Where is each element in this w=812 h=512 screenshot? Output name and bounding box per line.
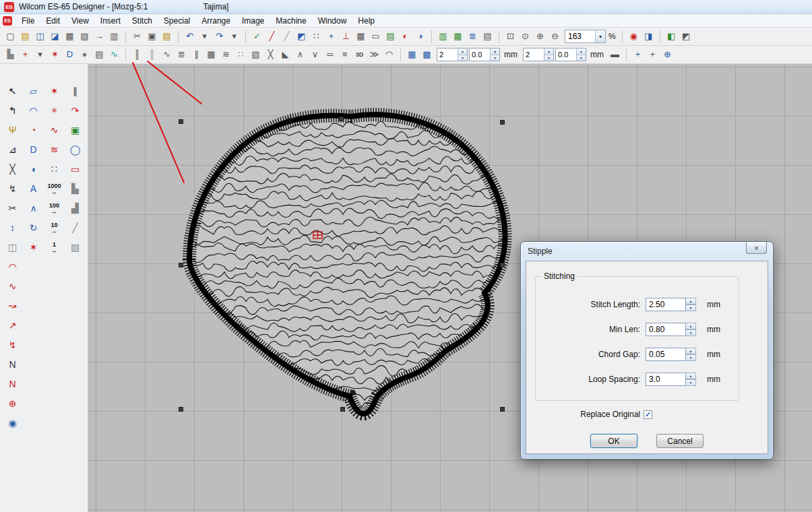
measure-icon[interactable]: ◉ <box>627 30 641 44</box>
flower-digitize-tool[interactable]: ✶ <box>44 82 65 101</box>
menu-item[interactable]: Help <box>352 15 380 27</box>
selection-handle[interactable] <box>500 407 505 412</box>
zoom-out-icon[interactable]: ⊖ <box>548 30 562 44</box>
undo-icon[interactable]: ↶ <box>183 30 197 44</box>
rail-pattern-icon[interactable]: ═ <box>323 48 337 62</box>
stitch-list-icon[interactable]: ▦ <box>451 30 465 44</box>
selection-handle[interactable] <box>340 407 345 412</box>
caret-down-icon[interactable] <box>595 30 605 42</box>
background-icon[interactable]: ▙ <box>3 48 18 62</box>
row-count-input[interactable] <box>437 49 458 61</box>
selection-handle[interactable] <box>339 117 344 121</box>
overview-window-icon[interactable]: ▤ <box>480 30 495 44</box>
menu-item[interactable]: Arrange <box>196 15 236 27</box>
copy-icon[interactable]: ▣ <box>145 30 159 44</box>
menu-item[interactable]: Insert <box>95 15 126 27</box>
corner-pattern-tool[interactable]: ▟ <box>65 199 86 218</box>
letter-height-tool[interactable]: ↕ <box>2 218 23 238</box>
row-spacing-input[interactable] <box>470 49 490 61</box>
foot-tool[interactable]: ▙ <box>65 179 86 199</box>
redo-icon[interactable]: ↷ <box>212 30 226 44</box>
new-design-icon[interactable]: ▢ <box>3 30 18 44</box>
print-preview-icon[interactable]: ▧ <box>77 30 92 44</box>
corner-pattern-icon[interactable]: ◣ <box>278 48 292 62</box>
open-object-tool[interactable]: ◠ <box>23 101 44 121</box>
target-plus-tool[interactable]: ⊕ <box>2 394 23 414</box>
menu-item[interactable]: Machine <box>270 15 311 27</box>
sequence-icon[interactable]: ≣ <box>466 30 480 44</box>
column-spacing-input[interactable] <box>556 49 576 61</box>
satin-narrow-icon[interactable]: ║ <box>145 48 159 62</box>
slant-pattern-tool[interactable]: ╱ <box>65 218 86 238</box>
reshape-object-tool[interactable]: ↰ <box>2 101 23 121</box>
selection-handle[interactable] <box>179 407 183 412</box>
freehand-shape-icon[interactable]: ∿ <box>107 48 121 62</box>
arc-effect-icon[interactable]: ◠ <box>382 48 396 62</box>
three-d-effect-icon[interactable]: 3D <box>352 48 367 62</box>
polyline-tool[interactable]: N <box>2 355 23 375</box>
field-spinner[interactable] <box>686 348 696 361</box>
dot-pattern-icon[interactable]: ∷ <box>234 48 248 62</box>
star-effect-icon[interactable]: ✶ <box>48 48 62 62</box>
field-input[interactable] <box>646 348 686 361</box>
spinner-buttons[interactable] <box>490 49 499 61</box>
ok-button[interactable]: OK <box>590 434 637 448</box>
selection-handle[interactable] <box>179 263 183 267</box>
center-design-icon[interactable]: ⊕ <box>660 48 675 62</box>
field-spinner[interactable] <box>686 323 696 336</box>
pin-icon[interactable]: ▾ <box>33 48 47 62</box>
spinner-buttons[interactable] <box>576 49 586 61</box>
mirror-tool[interactable]: ◫ <box>2 238 23 257</box>
thread-chart-icon[interactable]: ◑ <box>413 30 427 44</box>
scale-1-tool[interactable]: 1↔ <box>44 238 65 257</box>
stitch-angle-icon[interactable]: ⊥ <box>339 30 353 44</box>
needle-point-icon[interactable]: + <box>18 48 32 62</box>
paste-icon[interactable]: ▤ <box>160 30 174 44</box>
parallel-hatch-tool[interactable]: ∥ <box>65 82 86 101</box>
zoom-1to1-icon[interactable]: ⊙ <box>518 30 532 44</box>
block-digitize-tool[interactable]: ▣ <box>65 121 86 140</box>
line-pattern-icon[interactable]: ∥ <box>189 48 204 62</box>
cross-pattern-icon[interactable]: ╳ <box>263 48 278 62</box>
menu-item[interactable]: Special <box>158 15 195 27</box>
cut-icon[interactable]: ✂ <box>130 30 144 44</box>
branching-tool[interactable]: Ψ <box>2 121 23 140</box>
stipple-icon[interactable]: ▤ <box>92 48 106 62</box>
motif-fill-icon[interactable]: ∷ <box>309 30 323 44</box>
dot-pattern-tool[interactable]: ∷ <box>44 160 65 179</box>
menu-item[interactable]: View <box>66 15 94 27</box>
m-pattern-tool[interactable]: ∧ <box>23 199 44 218</box>
open-design-icon[interactable]: ▤ <box>18 30 32 44</box>
app-menu-icon[interactable]: ES <box>3 16 12 26</box>
satin-column-icon[interactable]: ║ <box>130 48 144 62</box>
closed-object-tool[interactable]: ▱ <box>23 82 44 101</box>
crosshatch-tool[interactable]: ╳ <box>2 160 23 179</box>
spinner-buttons[interactable] <box>458 49 467 61</box>
effects-icon[interactable]: ◧ <box>664 30 679 44</box>
dot-effect-icon[interactable]: ● <box>77 48 92 62</box>
replace-original-checkbox[interactable]: ✓ <box>644 410 652 419</box>
flower-small-tool[interactable]: ✶ <box>44 101 65 121</box>
polyline-red-tool[interactable]: N <box>2 375 23 394</box>
offset-icon[interactable]: ▬ <box>608 48 622 62</box>
column-d-tool[interactable]: D <box>23 140 44 160</box>
steps-pattern-icon[interactable]: ≡ <box>338 48 352 62</box>
select-object-tool[interactable]: ↖ <box>2 82 23 101</box>
applique-tool[interactable]: ◖ <box>23 160 44 179</box>
export-machine-icon[interactable]: → <box>92 30 106 44</box>
move-hoop-icon[interactable]: + <box>646 48 660 62</box>
motif-zigzag-tool[interactable]: ≋ <box>44 140 65 160</box>
mesh-pattern-icon[interactable]: ▧ <box>249 48 263 62</box>
zoom-level-combo[interactable] <box>565 30 606 43</box>
menu-item[interactable]: Edit <box>40 15 65 27</box>
print-icon[interactable]: ▦ <box>63 30 77 44</box>
zigzag-wave-tool[interactable]: ∿ <box>44 121 65 140</box>
color-film-icon[interactable]: ▥ <box>436 30 450 44</box>
move-design-icon[interactable]: + <box>631 48 645 62</box>
color-palette-icon[interactable]: ◐ <box>398 30 412 44</box>
ellipse-tool[interactable]: ◯ <box>65 140 86 160</box>
grid-show-icon[interactable]: ▩ <box>420 48 434 62</box>
scale-1000-tool[interactable]: 1000↔ <box>44 179 65 199</box>
menu-item[interactable]: File <box>16 15 40 27</box>
save-design-icon[interactable]: ◫ <box>33 30 47 44</box>
